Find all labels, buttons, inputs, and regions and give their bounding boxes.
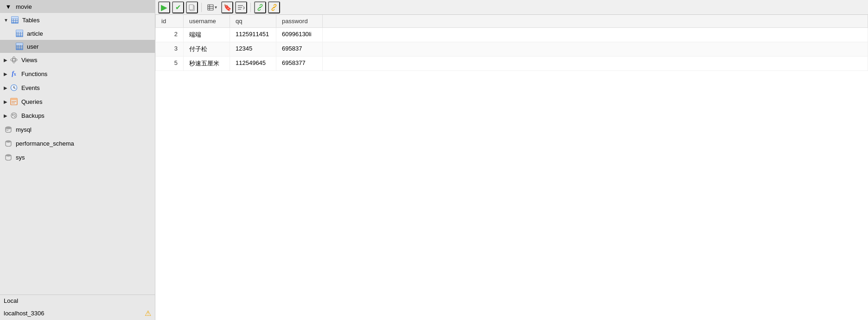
col-header-password[interactable]: password [276, 15, 323, 28]
svg-point-28 [13, 87, 14, 88]
col-header-qq[interactable]: qq [230, 15, 276, 28]
cell-password: 695837 [276, 42, 323, 57]
cell-qq: 112549645 [230, 57, 276, 71]
current-db-label: movie [16, 3, 32, 10]
performance-schema-icon [4, 139, 13, 148]
table-row[interactable]: 3付子松12345695837 [156, 42, 868, 57]
content-area: ▶ ✔ ▾ 🔖 [155, 0, 868, 320]
svg-rect-30 [11, 98, 17, 100]
sidebar-item-user[interactable]: user [0, 40, 155, 53]
user-table-icon [15, 42, 24, 51]
cell-qq: 1125911451 [230, 28, 276, 42]
events-label: Events [21, 84, 40, 91]
sort-button[interactable] [235, 1, 247, 13]
connection-label: Local [4, 297, 18, 304]
svg-point-35 [6, 141, 11, 143]
cell-extra [323, 57, 868, 71]
col-header-extra [323, 15, 868, 28]
table-row[interactable]: 2端端112591145160996130li [156, 28, 868, 42]
backups-label: Backups [21, 112, 45, 119]
queries-label: Queries [21, 98, 43, 105]
copy-button[interactable] [186, 1, 198, 13]
toolbar-divider-1 [201, 3, 202, 12]
cell-qq: 12345 [230, 42, 276, 57]
mysql-label: mysql [16, 126, 32, 133]
tables-label: Tables [22, 17, 40, 24]
svg-rect-20 [16, 43, 23, 45]
sidebar-item-sys[interactable]: sys [0, 150, 155, 164]
functions-label: Functions [21, 70, 47, 77]
performance-schema-label: performance_schema [16, 140, 74, 147]
sidebar-item-performance-schema[interactable]: performance_schema [0, 136, 155, 150]
svg-point-23 [13, 57, 15, 63]
sidebar-item-events[interactable]: ▶ Events [0, 81, 155, 95]
warning-icon: ⚠ [145, 309, 151, 318]
host-label: localhost_3306 [4, 310, 44, 317]
sidebar-footer: Local localhost_3306 ⚠ [0, 294, 155, 320]
events-arrow-icon: ▶ [4, 85, 7, 90]
backups-icon [9, 111, 19, 120]
sidebar: ▼ movie ▼ Tables [0, 0, 155, 320]
backups-arrow-icon: ▶ [4, 113, 7, 118]
sys-label: sys [16, 154, 25, 161]
events-icon [9, 83, 19, 92]
queries-arrow-icon: ▶ [4, 99, 7, 104]
sidebar-item-queries[interactable]: ▶ Queries [0, 95, 155, 109]
data-table-wrapper: id username qq password 2端端1125911451609… [155, 15, 868, 320]
link-green-button[interactable] [254, 1, 266, 13]
svg-rect-39 [208, 5, 213, 10]
toolbar-divider-2 [250, 3, 251, 12]
svg-point-22 [11, 58, 17, 61]
article-table-icon [15, 29, 24, 38]
queries-icon [9, 97, 19, 106]
svg-rect-38 [189, 5, 193, 10]
toolbar: ▶ ✔ ▾ 🔖 [155, 0, 868, 15]
user-label: user [27, 43, 38, 50]
cell-id: 2 [156, 28, 184, 42]
svg-point-21 [13, 58, 15, 61]
tables-arrow-icon: ▼ [4, 18, 8, 23]
svg-rect-6 [12, 17, 18, 19]
cell-password: 60996130li [276, 28, 323, 42]
col-header-username[interactable]: username [184, 15, 230, 28]
cell-extra [323, 42, 868, 57]
cell-extra [323, 28, 868, 42]
functions-arrow-icon: ▶ [4, 71, 7, 77]
cell-password: 6958377 [276, 57, 323, 71]
cell-username: 付子松 [184, 42, 230, 57]
collapse-arrow-icon: ▼ [4, 2, 13, 11]
sidebar-item-mysql[interactable]: mysql [0, 122, 155, 136]
sidebar-item-article[interactable]: article [0, 27, 155, 40]
mysql-db-icon [4, 125, 13, 134]
table-row[interactable]: 5秒速五厘米1125496456958377 [156, 57, 868, 71]
sidebar-item-tables[interactable]: ▼ Tables [0, 13, 155, 27]
connection-label-item: Local [0, 295, 155, 307]
tables-icon [10, 15, 19, 25]
svg-rect-13 [16, 30, 23, 32]
sidebar-item-backups[interactable]: ▶ Backups [0, 109, 155, 122]
cell-username: 端端 [184, 28, 230, 42]
sidebar-item-views[interactable]: ▶ Views [0, 53, 155, 67]
run-button[interactable]: ▶ [158, 1, 170, 13]
views-label: Views [21, 57, 37, 64]
views-arrow-icon: ▶ [4, 58, 7, 63]
pin-button[interactable]: 🔖 [221, 1, 233, 13]
cell-id: 3 [156, 42, 184, 57]
sidebar-item-functions[interactable]: ▶ fx Functions [0, 67, 155, 81]
data-table: id username qq password 2端端1125911451609… [155, 15, 868, 71]
article-label: article [27, 30, 43, 37]
cell-username: 秒速五厘米 [184, 57, 230, 71]
col-header-id[interactable]: id [156, 15, 184, 28]
cell-id: 5 [156, 57, 184, 71]
sidebar-current-db[interactable]: ▼ movie [0, 0, 155, 13]
views-icon [9, 55, 19, 64]
functions-icon: fx [9, 69, 19, 78]
link-orange-button[interactable] [268, 1, 280, 13]
svg-point-34 [6, 127, 11, 129]
host-label-item[interactable]: localhost_3306 ⚠ [0, 307, 155, 320]
sys-icon [4, 153, 13, 162]
check-button[interactable]: ✔ [172, 1, 184, 13]
filter-dropdown[interactable]: ▾ [205, 3, 219, 12]
svg-point-36 [6, 154, 11, 157]
